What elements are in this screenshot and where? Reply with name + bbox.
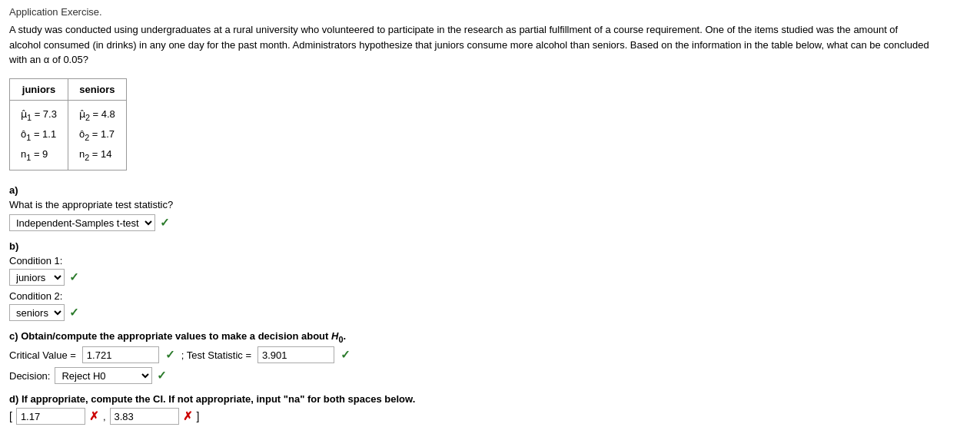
part-b-label: b)	[9, 240, 971, 252]
comma: ,	[103, 411, 106, 422]
table-header-seniors: seniors	[68, 78, 126, 100]
n1-value: n1 = 9	[21, 148, 48, 160]
section-a: a) What is the appropriate test statisti…	[9, 184, 971, 231]
ci-upper-input[interactable]	[110, 408, 179, 425]
test-statistic-label: ; Test Statistic =	[181, 349, 251, 361]
test-stat-check: ✓	[341, 348, 350, 362]
condition1-check: ✓	[69, 270, 79, 284]
mu1-value: μ̂1 = 7.3	[21, 108, 57, 120]
critical-check: ✓	[165, 348, 175, 362]
condition2-dropdown[interactable]: juniors seniors	[9, 304, 65, 321]
mu2-value: μ̂2 = 4.8	[79, 108, 115, 120]
page-title: Application Exercise.	[9, 6, 971, 18]
bracket-open: [	[9, 410, 12, 422]
cell-mu2: μ̂2 = 4.8 ô2 = 1.7 n2 = 14	[68, 100, 126, 170]
ci-upper-cross: ✗	[183, 409, 193, 423]
part-c-question: Obtain/compute the appropriate values to…	[21, 330, 346, 342]
part-d-label: d) If appropriate, compute the CI. If no…	[9, 393, 971, 405]
condition2-label: Condition 2:	[9, 290, 971, 302]
critical-value-label: Critical Value =	[9, 349, 76, 361]
cell-mu1: μ̂1 = 7.3 ô1 = 1.1 n1 = 9	[10, 100, 68, 170]
section-d: d) If appropriate, compute the CI. If no…	[9, 393, 971, 425]
part-a-question: What is the appropriate test statistic?	[9, 199, 971, 210]
test-statistic-input[interactable]	[257, 346, 334, 363]
test-statistic-dropdown[interactable]: Independent-Samples t-test Paired-Sample…	[9, 214, 155, 231]
table-row: μ̂1 = 7.3 ô1 = 1.1 n1 = 9 μ̂2 = 4.8 ô2 =…	[10, 100, 127, 170]
sigma2-value: ô2 = 1.7	[79, 128, 115, 140]
bracket-close: ]	[197, 410, 200, 422]
part-c-label: c) Obtain/compute the appropriate values…	[9, 330, 971, 344]
intro-paragraph: A study was conducted using undergraduat…	[9, 22, 932, 68]
decision-check: ✓	[157, 369, 167, 382]
critical-value-input[interactable]	[82, 346, 159, 363]
data-table: juniors seniors μ̂1 = 7.3 ô1 = 1.1 n1 = …	[9, 78, 127, 170]
decision-label: Decision:	[9, 370, 50, 382]
part-a-label: a)	[9, 184, 971, 196]
table-header-juniors: juniors	[10, 78, 68, 100]
part-d-question: If appropriate, compute the CI. If not a…	[22, 393, 415, 405]
condition2-check: ✓	[69, 306, 79, 319]
condition1-label: Condition 1:	[9, 255, 971, 267]
sigma1-value: ô1 = 1.1	[21, 128, 56, 140]
section-b: b) Condition 1: juniors seniors ✓ Condit…	[9, 240, 971, 321]
condition1-dropdown[interactable]: juniors seniors	[9, 269, 65, 286]
ci-lower-input[interactable]	[16, 408, 85, 425]
n2-value: n2 = 14	[79, 148, 112, 160]
part-a-check: ✓	[160, 216, 170, 230]
section-c: c) Obtain/compute the appropriate values…	[9, 330, 971, 385]
decision-dropdown[interactable]: Reject H0 Fail to Reject H0	[55, 367, 152, 384]
ci-lower-cross: ✗	[89, 409, 99, 423]
